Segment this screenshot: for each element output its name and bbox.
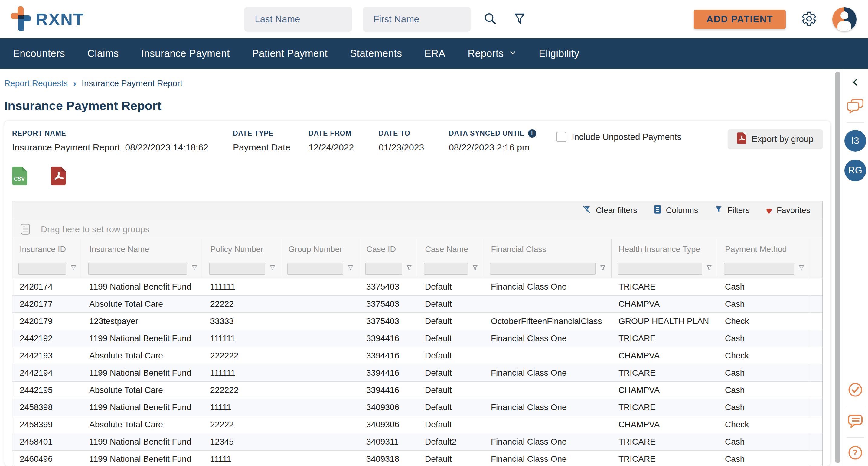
filters-button[interactable]: Filters — [714, 205, 750, 216]
filter-input-col-6[interactable] — [490, 263, 595, 275]
filter-icon[interactable] — [513, 12, 526, 27]
filter-input-col-8[interactable] — [724, 263, 794, 275]
first-name-input[interactable] — [363, 7, 471, 32]
check-circle-icon[interactable] — [847, 382, 863, 399]
table-cell — [281, 381, 359, 399]
col-header-case-name[interactable]: Case Name — [418, 239, 484, 259]
table-cell: 33333 — [203, 312, 281, 330]
filter-funnel-icon[interactable] — [191, 264, 198, 273]
include-unposted-checkbox[interactable] — [556, 132, 566, 142]
nav-statements[interactable]: Statements — [339, 48, 413, 59]
nav-era[interactable]: ERA — [413, 48, 456, 59]
report-grid: Clear filters Columns — [12, 201, 823, 466]
add-patient-button[interactable]: ADD PATIENT — [694, 10, 786, 29]
grid-toolbar: Clear filters Columns — [12, 201, 822, 220]
breadcrumb-report-requests[interactable]: Report Requests — [4, 78, 68, 88]
nav-patient-payment[interactable]: Patient Payment — [241, 48, 339, 59]
table-cell: 2442192 — [12, 330, 82, 347]
collapse-rail-icon[interactable] — [851, 78, 860, 88]
scrollbar-thumb[interactable] — [835, 72, 840, 463]
filter-funnel-icon[interactable] — [269, 264, 276, 273]
col-header-health-insurance-type[interactable]: Health Insurance Type — [611, 239, 718, 259]
table-cell: Cash — [718, 433, 810, 450]
feedback-message-icon[interactable] — [847, 414, 863, 430]
scroll-gutter — [810, 347, 822, 364]
row-group-dropzone[interactable]: Drag here to set row groups — [12, 220, 822, 239]
filter-input-col-3[interactable] — [287, 263, 343, 275]
table-cell: 11111 — [203, 450, 281, 466]
nav-claims[interactable]: Claims — [76, 48, 130, 59]
filter-cell — [359, 259, 418, 278]
col-header-insurance-id[interactable]: Insurance ID — [12, 239, 82, 259]
export-by-group-button[interactable]: Export by group — [728, 129, 823, 149]
table-row[interactable]: 24604961199 National Benefit Fund1111134… — [12, 450, 822, 466]
table-row[interactable]: 24583981199 National Benefit Fund1111134… — [12, 399, 822, 416]
col-header-insurance-name[interactable]: Insurance Name — [82, 239, 203, 259]
nav-encounters[interactable]: Encounters — [2, 48, 76, 59]
table-scroll-area[interactable]: Insurance ID Insurance Name Policy Numbe… — [12, 239, 822, 466]
col-header-payment-method[interactable]: Payment Method — [718, 239, 810, 259]
pdf-file-icon — [737, 132, 746, 146]
table-cell: 222222 — [203, 381, 281, 399]
filter-input-col-7[interactable] — [618, 263, 702, 275]
table-row[interactable]: 2420179123testpayer333333375403DefaultOc… — [12, 312, 822, 330]
table-row[interactable]: 2420177Absolute Total Care222223375403De… — [12, 295, 822, 312]
nav-eligibility[interactable]: Eligibility — [528, 48, 591, 59]
table-cell: 2458401 — [12, 433, 82, 450]
nav-reports[interactable]: Reports — [457, 48, 528, 59]
rxnt-logo[interactable]: RXNT — [11, 6, 84, 32]
table-row[interactable]: 24421941199 National Benefit Fund1111113… — [12, 364, 822, 381]
table-row[interactable]: 2442193Absolute Total Care2222223394416D… — [12, 347, 822, 364]
columns-button[interactable]: Columns — [654, 205, 698, 216]
table-body: 24201741199 National Benefit Fund1111113… — [12, 278, 822, 466]
table-row[interactable]: 24421921199 National Benefit Fund1111113… — [12, 330, 822, 347]
filter-funnel-icon[interactable] — [706, 264, 713, 273]
filter-input-col-2[interactable] — [209, 263, 265, 275]
filter-funnel-icon[interactable] — [471, 264, 479, 273]
col-header-case-id[interactable]: Case ID — [359, 239, 418, 259]
data-synced-value: 08/22/2023 2:16 pm — [449, 142, 536, 153]
col-header-policy-number[interactable]: Policy Number — [203, 239, 281, 259]
company-chip-i3[interactable]: I3 — [844, 130, 866, 152]
chat-bubbles-icon[interactable] — [846, 98, 864, 115]
table-row[interactable]: 24201741199 National Benefit Fund1111113… — [12, 278, 822, 295]
report-name-value: Insurance Payment Report_08/22/2023 14:1… — [12, 142, 233, 153]
last-name-input[interactable] — [244, 7, 352, 32]
table-cell: Cash — [718, 450, 810, 466]
download-csv-icon[interactable]: CSV — [12, 167, 27, 187]
table-row[interactable]: 2442195Absolute Total Care2222223394416D… — [12, 381, 822, 399]
col-header-financial-class[interactable]: Financial Class — [484, 239, 611, 259]
help-icon[interactable]: ? — [847, 445, 863, 461]
filter-funnel-icon[interactable] — [406, 264, 413, 273]
table-row[interactable]: 2458399Absolute Total Care222223409306De… — [12, 416, 822, 433]
filter-funnel-icon[interactable] — [798, 264, 805, 273]
clear-filters-button[interactable]: Clear filters — [582, 205, 637, 216]
filter-funnel-icon[interactable] — [70, 264, 77, 273]
filter-input-col-5[interactable] — [424, 263, 468, 275]
download-pdf-icon[interactable] — [51, 167, 66, 187]
table-cell: 11111 — [203, 399, 281, 416]
filter-input-col-4[interactable] — [365, 263, 402, 275]
filter-input-col-0[interactable] — [19, 263, 66, 275]
gear-icon[interactable] — [801, 10, 817, 28]
info-icon[interactable]: i — [528, 129, 536, 137]
user-avatar[interactable] — [832, 7, 857, 31]
col-header-group-number[interactable]: Group Number — [281, 239, 359, 259]
page-scrollbar[interactable] — [834, 69, 842, 466]
table-cell: GROUP HEALTH PLAN — [611, 312, 718, 330]
table-cell: 1199 National Benefit Fund — [82, 450, 203, 466]
table-cell: 123testpayer — [82, 312, 203, 330]
table-row[interactable]: 24584011199 National Benefit Fund1234534… — [12, 433, 822, 450]
right-rail: I3 RG ? — [842, 69, 868, 466]
favorites-button[interactable]: ♥ Favorites — [766, 205, 810, 216]
scroll-gutter — [810, 416, 822, 433]
scroll-gutter — [810, 399, 822, 416]
filter-funnel-icon[interactable] — [599, 264, 607, 273]
filter-input-col-1[interactable] — [88, 263, 187, 275]
filter-funnel-icon[interactable] — [347, 264, 354, 273]
user-chip-rg[interactable]: RG — [844, 160, 866, 181]
table-cell: 3375403 — [359, 278, 418, 295]
chevron-down-icon — [509, 48, 517, 59]
search-icon[interactable] — [483, 12, 497, 27]
nav-insurance-payment[interactable]: Insurance Payment — [130, 48, 241, 59]
